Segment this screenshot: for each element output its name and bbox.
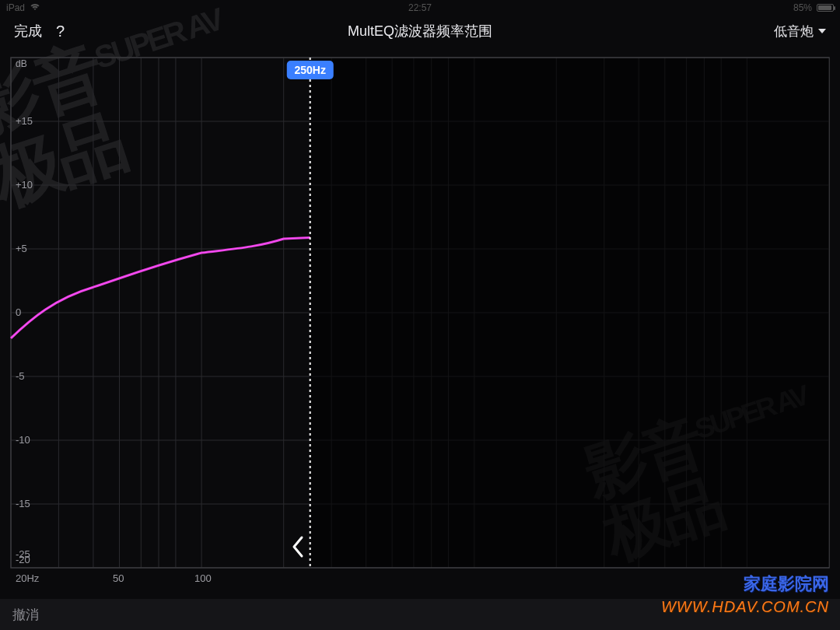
help-button[interactable]: ? (56, 23, 65, 40)
status-time: 22:57 (408, 2, 432, 13)
eq-curve (11, 237, 310, 338)
eq-chart[interactable]: dB +15 +10 +5 0 -5 -10 -15 -20 20Hz 50 1… (0, 50, 840, 590)
battery-percent: 85% (793, 2, 812, 13)
svg-text:50: 50 (113, 572, 124, 584)
svg-text:100: 100 (194, 572, 212, 584)
footer-bar: 撤消 (0, 599, 840, 630)
svg-text:-15: -15 (16, 498, 30, 509)
cutoff-badge[interactable]: 250Hz (286, 61, 333, 79)
svg-text:+5: +5 (16, 243, 27, 254)
y-tick--25: -25 (16, 548, 30, 560)
svg-text:+15: +15 (16, 115, 33, 127)
chevron-down-icon (818, 29, 826, 33)
y-unit-label: dB (16, 58, 27, 69)
svg-text:-5: -5 (16, 370, 25, 382)
cutoff-drag-handle[interactable] (291, 535, 305, 558)
svg-text:20Hz: 20Hz (16, 572, 40, 584)
undo-button[interactable]: 撤消 (12, 606, 39, 624)
battery-icon (817, 4, 834, 12)
svg-text:-10: -10 (16, 434, 30, 446)
speaker-select[interactable]: 低音炮 (774, 23, 826, 40)
device-label: iPad (6, 2, 25, 13)
chart-canvas: dB +15 +10 +5 0 -5 -10 -15 -20 20Hz 50 1… (0, 50, 840, 590)
done-button[interactable]: 完成 (14, 22, 42, 40)
wifi-icon (30, 3, 40, 12)
svg-text:+10: +10 (16, 179, 33, 191)
chevron-left-icon (291, 535, 305, 558)
status-bar: iPad 22:57 85% (0, 0, 840, 16)
chart-shaded-region (310, 58, 829, 567)
speaker-select-label: 低音炮 (774, 23, 814, 40)
header-bar: 完成 ? MultEQ滤波器频率范围 低音炮 (0, 16, 840, 47)
page-title: MultEQ滤波器频率范围 (348, 22, 492, 40)
svg-text:0: 0 (16, 306, 21, 318)
